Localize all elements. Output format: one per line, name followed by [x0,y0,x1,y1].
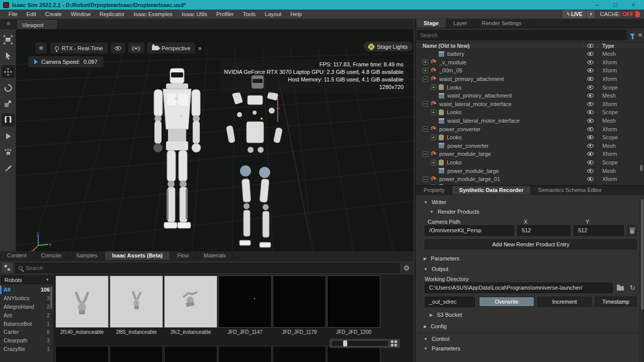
table-row[interactable]: power_module_largeMesh [417,166,644,175]
snap-magnet-icon[interactable] [2,114,15,126]
category-dropdown[interactable]: Robots ▼ [1,276,53,284]
expander-icon[interactable]: + [423,68,428,73]
waypoint-button[interactable]: ((●)) [128,42,144,54]
asset-thumbnail-partial[interactable] [327,346,380,362]
tab-viewport[interactable]: Viewport [17,20,57,29]
prim-name[interactable]: waist_primary_attachment [447,93,583,99]
tab-property[interactable]: Property [417,186,452,195]
recorder-scrollbar-track[interactable] [640,197,644,362]
thumbnail-size-slider[interactable] [330,339,400,348]
prim-name[interactable]: Looks [447,159,583,165]
prim-name[interactable]: waist_lateral_motor_interface [439,101,583,107]
timestamp-button[interactable]: Timestamp [595,297,637,307]
visibility-toggle[interactable] [583,102,598,106]
table-row[interactable]: waist_primary_attachmentMesh [417,92,644,100]
visibility-toggle[interactable] [583,169,598,173]
table-row[interactable]: +LooksScope [417,158,644,167]
visibility-toggle[interactable] [583,152,598,156]
minimize-button[interactable]: – [590,2,605,9]
menu-item-help[interactable]: Help [286,11,306,17]
prim-name[interactable]: _00m_05 [439,67,583,73]
tab-flow[interactable]: Flow [170,251,196,260]
delete-row-icon[interactable] [627,225,637,236]
asset-thumbnail[interactable] [327,276,380,328]
tab-render-settings[interactable]: Render Settings [475,19,529,28]
asset-search-input[interactable] [26,265,396,271]
table-row[interactable]: +_00m_05Xform [417,66,644,75]
expander-icon[interactable]: − [423,101,428,107]
expander-icon[interactable]: − [423,176,428,182]
menu-item-replicator[interactable]: Replicator [95,11,129,17]
tab-synthetic-data-recorder[interactable]: Synthetic Data Recorder [452,186,531,195]
prim-name[interactable]: waist_primary_attachment [439,76,583,82]
tab-stage[interactable]: Stage [417,19,446,28]
working-directory-input[interactable]: C:\Users\ASUS\AppData\Local\Programs\omn… [425,283,613,293]
table-row[interactable]: −power_module_largeXform [417,150,644,158]
menu-item-tools[interactable]: Tools [238,11,261,17]
visibility-menu-button[interactable] [111,42,125,54]
tab-content[interactable]: Content [0,251,34,260]
cursor-select-icon[interactable] [2,49,15,62]
tab-semantics-schema-editor[interactable]: Semantics Schema Editor [531,186,609,195]
table-row[interactable]: −power_converterXform [417,125,644,133]
visibility-toggle[interactable] [583,52,598,56]
y-input[interactable]: 512 [574,225,624,236]
visibility-toggle[interactable] [583,68,598,72]
expander-icon[interactable]: + [431,84,436,90]
asset-thumbnail[interactable] [110,276,163,328]
prim-name[interactable]: power_converter [447,143,583,149]
tab-console[interactable]: Console [34,251,69,260]
play-button-icon[interactable] [2,130,15,142]
output-folder-input[interactable]: _out_sdrec [425,297,475,307]
stage-search-field[interactable] [417,30,627,40]
slider-handle[interactable] [343,340,347,346]
tab-materials[interactable]: Materials [196,251,233,260]
select-mode-icon[interactable] [2,33,15,46]
stage-options-icon[interactable]: ≡ [638,33,642,38]
category-all[interactable]: All106 [0,286,54,294]
section-parameters[interactable]: ▶Parameters [424,255,459,261]
expander-icon[interactable]: + [431,160,436,165]
section-writer[interactable]: ▼Writer [424,199,446,205]
visibility-toggle[interactable] [583,160,598,164]
menu-item-file[interactable]: File [4,11,22,17]
settings-gear-icon[interactable]: ⚙ [401,264,412,272]
menu-item-isaac-utils[interactable]: Isaac Utils [177,11,212,17]
visibility-toggle[interactable] [583,135,598,139]
asset-thumbnail-partial[interactable] [110,346,163,362]
expander-icon[interactable]: + [431,110,436,115]
visibility-toggle[interactable] [583,85,598,89]
table-row[interactable]: batteryMesh [417,50,644,58]
tree-view-toggle-icon[interactable] [2,262,13,273]
prim-name[interactable]: waist_lateral_motor_interface [447,118,583,124]
live-sync-button[interactable]: ϟ LIVE [563,11,586,18]
expander-icon[interactable]: + [431,135,436,140]
close-button[interactable]: × [626,2,641,9]
paint-brush-icon[interactable] [2,162,15,174]
section-parameters-2[interactable]: ▼Parameters [424,345,460,351]
column-visibility-header[interactable] [583,43,598,49]
camera-path-input[interactable]: /OmniverseKit_Persp [425,225,514,236]
more-tools-chevron-icon[interactable]: » [198,44,201,52]
renderer-selector[interactable]: RTX - Real-Time [50,42,108,54]
folder-browse-icon[interactable] [616,284,625,293]
prim-name[interactable]: power_module_large [447,168,583,174]
tab-isaac-assets[interactable]: Isaac Assets (Beta) [105,251,170,260]
menu-item-layout[interactable]: Layout [260,11,286,17]
asset-thumbnail-partial[interactable] [273,346,326,362]
refresh-icon[interactable]: ↻ [628,283,637,292]
scale-tool-icon[interactable] [2,98,15,110]
menu-item-create[interactable]: Create [41,11,66,17]
visibility-toggle[interactable] [583,94,598,98]
visibility-toggle[interactable] [583,60,598,64]
x-input[interactable]: 512 [517,225,571,236]
visibility-toggle[interactable] [583,127,598,131]
increment-button[interactable]: Increment [537,297,592,307]
category-balancebot[interactable]: BalanceBot1 [0,319,54,328]
asset-thumbnail-partial[interactable] [55,346,109,362]
add-render-product-button[interactable]: Add New Render Product Entry [425,239,637,249]
table-row[interactable]: +_v_moduleXform [417,58,644,67]
live-dropdown-button[interactable]: ▾ [587,11,595,18]
table-row[interactable]: +LooksScope [417,108,644,117]
maximize-button[interactable]: □ [608,2,623,9]
